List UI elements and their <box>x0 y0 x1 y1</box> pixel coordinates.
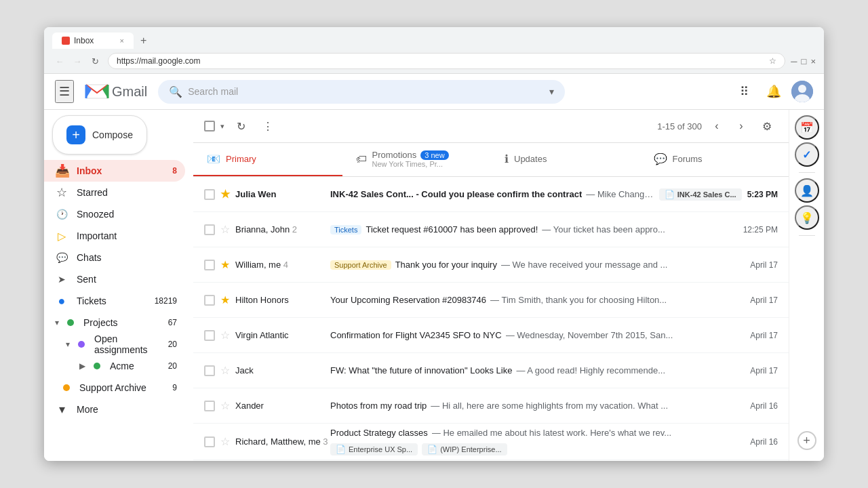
tab-promotions[interactable]: 🏷 Promotions 3 new New York Times, Pr... <box>342 143 492 176</box>
email-row[interactable]: ☆ Virgin Atlantic Confirmation for Fligh… <box>193 318 789 353</box>
next-page-button[interactable]: › <box>732 117 751 136</box>
notifications-button[interactable]: 🔔 <box>762 79 786 104</box>
gmail-wordmark: Gmail <box>112 84 147 100</box>
row-preview: — Your ticket has been appro... <box>542 224 737 235</box>
tab-close-button[interactable]: × <box>120 37 124 45</box>
row-checkbox[interactable] <box>204 401 215 411</box>
row-content: Tickets Ticket request #610007 has been … <box>330 224 738 235</box>
forward-button[interactable]: → <box>70 54 85 68</box>
tab-primary[interactable]: 📧 Primary <box>193 143 342 176</box>
row-checkbox[interactable] <box>204 189 215 200</box>
sidebar-item-open-assignments[interactable]: ▾ Open assignments 20 <box>44 333 185 355</box>
refresh-button[interactable]: ↻ <box>230 115 252 137</box>
email-row[interactable]: ★ Hilton Honors Your Upcoming Reservatio… <box>193 283 789 318</box>
search-expand-icon[interactable]: ▾ <box>549 86 554 97</box>
browser-tab[interactable]: Inbox × <box>52 33 134 49</box>
row-time: April 17 <box>750 296 778 305</box>
star-icon[interactable]: ☆ <box>220 435 230 448</box>
acme-collapse-icon: ▶ <box>79 361 85 371</box>
email-row[interactable]: ☆ Jack FW: What "the future of innovatio… <box>193 353 789 388</box>
star-icon[interactable]: ☆ <box>220 364 230 377</box>
maximize-icon[interactable]: □ <box>802 56 807 66</box>
address-bar-row: ← → ↻ https://mail.google.com ☆ ─ □ × <box>52 53 816 73</box>
row-checkbox[interactable] <box>204 365 215 376</box>
star-icon[interactable]: ☆ <box>220 223 230 236</box>
sidebar-item-support-archive[interactable]: Support Archive 9 <box>44 377 185 399</box>
add-addon-button[interactable]: + <box>797 431 816 450</box>
sidebar-item-important[interactable]: ▷ Important <box>44 225 185 247</box>
star-icon[interactable]: ☆ <box>220 329 230 342</box>
sidebar-item-tickets[interactable]: ● Tickets 18219 <box>44 290 185 312</box>
select-dropdown-caret[interactable]: ▾ <box>220 122 224 131</box>
row-time: 5:23 PM <box>747 190 778 199</box>
user-avatar[interactable] <box>791 81 813 102</box>
sidebar-item-chats[interactable]: 💬 Chats <box>44 247 185 268</box>
apps-button[interactable]: ⠿ <box>732 79 756 104</box>
row-checkbox[interactable] <box>204 260 215 270</box>
label-chip: Tickets <box>330 225 361 235</box>
row-checkbox[interactable] <box>204 224 215 235</box>
email-row[interactable]: ★ Julia Wen INK-42 Sales Cont... - Could… <box>193 177 789 212</box>
row-checkbox[interactable] <box>204 436 215 447</box>
sidebar-item-sent[interactable]: ➤ Sent <box>44 268 185 290</box>
row-content: Your Upcoming Reservation #20983746 — Ti… <box>330 295 745 305</box>
row-checkbox[interactable] <box>204 330 215 341</box>
google-calendar-button[interactable]: 📅 <box>795 115 819 140</box>
settings-button[interactable]: ⚙ <box>756 115 778 137</box>
sidebar-item-more[interactable]: ▾ More <box>44 399 185 420</box>
address-bar-icons: ☆ <box>769 56 776 66</box>
sidebar-item-snoozed[interactable]: 🕐 Snoozed <box>44 203 185 225</box>
sidebar-item-inbox[interactable]: 📥 Inbox 8 <box>44 160 185 182</box>
email-row[interactable]: ★ William, me 4 Support Archive Thank yo… <box>193 247 789 283</box>
hamburger-menu-button[interactable]: ☰ <box>55 80 74 103</box>
row-sender: Richard, Matthew, me 3 <box>235 436 330 447</box>
select-all-checkbox[interactable] <box>204 121 215 131</box>
snoozed-label: Snoozed <box>77 209 177 220</box>
close-icon[interactable]: × <box>810 56 816 66</box>
sidebar-item-starred[interactable]: ☆ Starred <box>44 182 185 203</box>
acme-label: Acme <box>110 361 160 371</box>
gmail-logo-svg <box>85 82 109 101</box>
starred-icon: ☆ <box>55 185 68 200</box>
email-row[interactable]: ☆ Peter, Shalini 2 Business trip — Hi, I… <box>193 460 789 461</box>
inbox-badge: 8 <box>172 166 177 176</box>
compose-button[interactable]: + Compose <box>52 115 147 155</box>
star-icon[interactable]: ☆ <box>220 399 230 412</box>
email-row[interactable]: ☆ Richard, Matthew, me 3 Product Strateg… <box>193 424 789 460</box>
sidebar-item-acme[interactable]: ▶ Acme 20 <box>44 355 185 377</box>
prev-page-button[interactable]: ‹ <box>707 117 726 136</box>
back-button[interactable]: ← <box>52 54 67 68</box>
attachment-label: (WIP) Enterprise... <box>440 445 501 453</box>
tab-updates[interactable]: ℹ Updates <box>491 143 640 176</box>
more-options-button[interactable]: ⋮ <box>257 115 279 137</box>
row-subject: Confirmation for Flight VA2345 SFO to NY… <box>330 330 502 340</box>
right-sidebar: 📅 ✓ 👤 💡 + <box>789 110 824 461</box>
email-row[interactable]: ☆ Xander Photos from my road trip — Hi a… <box>193 388 789 424</box>
row-sender: Jack <box>235 365 330 375</box>
star-icon[interactable]: ★ <box>220 293 230 306</box>
search-bar[interactable]: 🔍 Search mail ▾ <box>158 80 565 104</box>
refresh-button[interactable]: ↻ <box>87 54 102 68</box>
row-content: FW: What "the future of innovation" Look… <box>330 365 745 375</box>
email-row[interactable]: ☆ Brianna, John 2 Tickets Ticket request… <box>193 212 789 247</box>
minimize-icon[interactable]: ─ <box>791 56 797 66</box>
refresh-icon: ↻ <box>237 120 245 133</box>
tab-forums[interactable]: 💬 Forums <box>640 143 789 176</box>
add-icon: + <box>803 434 810 448</box>
address-bar[interactable]: https://mail.google.com ☆ <box>108 53 785 69</box>
star-icon[interactable]: ★ <box>220 258 230 271</box>
updates-tab-icon: ℹ <box>505 152 509 165</box>
row-time: 12:25 PM <box>743 225 778 235</box>
svg-point-1 <box>798 85 806 93</box>
google-keep-button[interactable]: 💡 <box>795 205 819 230</box>
forums-tab-label: Forums <box>673 154 703 164</box>
google-contacts-button[interactable]: 👤 <box>795 178 819 203</box>
new-tab-button[interactable]: + <box>136 35 151 47</box>
star-icon[interactable]: ★ <box>220 188 230 201</box>
row-checkbox[interactable] <box>204 295 215 306</box>
tab-bar: Inbox × + <box>52 33 816 49</box>
google-tasks-button[interactable]: ✓ <box>795 142 819 167</box>
bell-icon: 🔔 <box>766 84 781 99</box>
row-preview: — We have received your message and ... <box>501 260 745 270</box>
sidebar-item-projects[interactable]: ▾ Projects 67 <box>44 312 185 333</box>
